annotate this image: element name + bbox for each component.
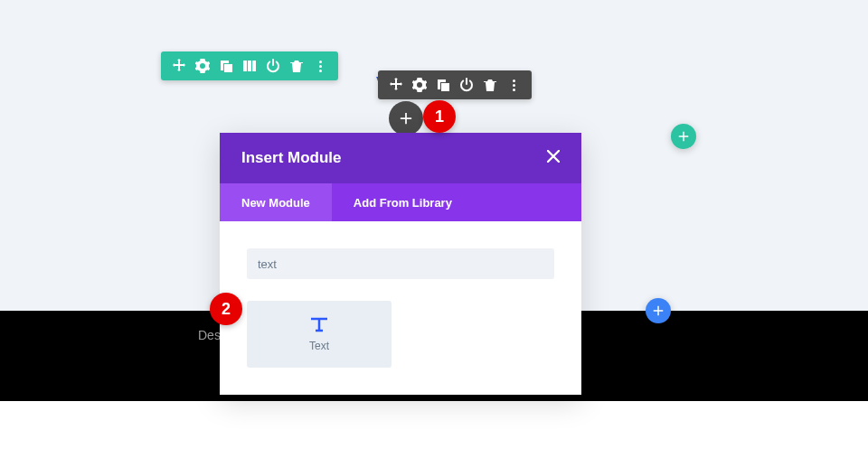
annotation-2: 2 (210, 293, 242, 325)
tab-new-module[interactable]: New Module (220, 183, 332, 221)
move-icon[interactable] (172, 59, 186, 73)
modal-header: Insert Module (220, 133, 581, 183)
add-section-button[interactable] (646, 298, 671, 323)
annotation-1: 1 (423, 100, 456, 133)
duplicate-icon[interactable] (436, 78, 450, 92)
insert-module-modal: Insert Module New Module Add From Librar… (220, 133, 581, 395)
add-row-button[interactable] (671, 124, 696, 149)
columns-icon[interactable] (242, 59, 257, 73)
module-search-input[interactable] (247, 248, 554, 279)
modal-tabs: New Module Add From Library (220, 183, 581, 221)
page-bg-bottom (0, 401, 868, 467)
power-icon[interactable] (266, 59, 280, 73)
power-icon[interactable] (459, 78, 474, 92)
move-icon[interactable] (389, 78, 403, 92)
row-toolbar (161, 51, 338, 80)
modal-body: Text (220, 221, 581, 395)
more-icon[interactable] (313, 59, 327, 73)
module-toolbar (378, 70, 532, 99)
gear-icon[interactable] (412, 78, 427, 92)
module-tile-label: Text (309, 340, 329, 352)
duplicate-icon[interactable] (219, 59, 233, 73)
module-tile-text[interactable]: Text (247, 301, 392, 368)
tab-add-from-library[interactable]: Add From Library (332, 183, 474, 221)
gear-icon[interactable] (195, 59, 210, 73)
trash-icon[interactable] (289, 59, 304, 73)
modal-title: Insert Module (241, 149, 342, 167)
trash-icon[interactable] (483, 78, 497, 92)
footer-text-fragment: Des (198, 328, 221, 342)
more-icon[interactable] (506, 78, 521, 92)
close-icon[interactable] (547, 150, 560, 166)
add-module-button[interactable] (389, 101, 423, 135)
text-icon (308, 316, 330, 336)
